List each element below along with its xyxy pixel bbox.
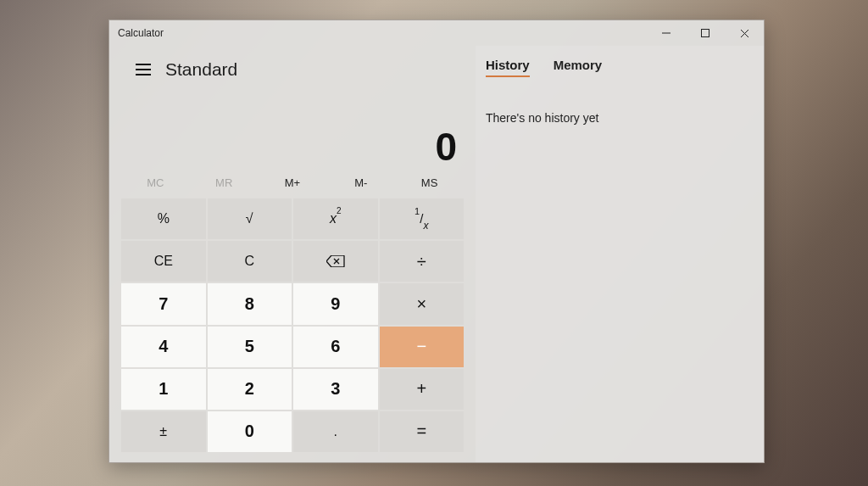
plus-button[interactable]: +: [380, 369, 465, 410]
mode-row: Standard: [121, 46, 464, 93]
digit-3-button[interactable]: 3: [293, 369, 378, 410]
digit-1-button[interactable]: 1: [121, 369, 206, 410]
backspace-icon: [326, 255, 345, 267]
reciprocal-button[interactable]: 1/x: [380, 198, 465, 239]
multiply-button[interactable]: ×: [380, 283, 465, 324]
memory-plus-button[interactable]: M+: [259, 176, 327, 189]
sqrt-button[interactable]: √: [208, 198, 292, 239]
window-controls: [647, 20, 764, 46]
digit-2-button[interactable]: 2: [208, 369, 292, 410]
svg-rect-0: [702, 30, 709, 37]
digit-7-button[interactable]: 7: [121, 283, 206, 324]
decimal-button[interactable]: .: [293, 411, 378, 452]
menu-button[interactable]: [126, 64, 160, 75]
memory-minus-button[interactable]: M-: [326, 176, 395, 189]
history-empty-message: There's no history yet: [486, 111, 748, 125]
equals-button[interactable]: =: [380, 411, 465, 452]
backspace-button[interactable]: [293, 241, 378, 282]
digit-9-button[interactable]: 9: [293, 283, 378, 324]
titlebar: Calculator: [109, 20, 764, 46]
display: 0: [121, 93, 464, 170]
panel-tabs: History Memory: [486, 58, 748, 77]
window-title: Calculator: [118, 27, 164, 39]
square-button[interactable]: x2: [293, 198, 378, 239]
tab-history[interactable]: History: [486, 58, 530, 77]
divide-button[interactable]: ÷: [380, 241, 465, 282]
digit-4-button[interactable]: 4: [121, 327, 206, 367]
minus-button[interactable]: −: [380, 327, 465, 367]
clear-button[interactable]: C: [208, 241, 292, 282]
percent-button[interactable]: %: [121, 198, 206, 239]
keypad: % √ x2 1/x CE C ÷ 7 8: [121, 198, 464, 452]
memory-recall-button[interactable]: MR: [190, 176, 259, 189]
display-value: 0: [435, 124, 457, 170]
digit-6-button[interactable]: 6: [293, 327, 378, 367]
clear-entry-button[interactable]: CE: [121, 241, 206, 282]
tab-memory[interactable]: Memory: [554, 58, 603, 77]
memory-row: MC MR M+ M- MS: [121, 170, 464, 195]
memory-store-button[interactable]: MS: [395, 176, 464, 189]
calculator-pane: Standard 0 MC MR M+ M- MS % √ x2 1/x: [109, 46, 476, 462]
digit-8-button[interactable]: 8: [208, 283, 292, 324]
app-body: Standard 0 MC MR M+ M- MS % √ x2 1/x: [109, 46, 764, 462]
calculator-window: Calculator Standard: [108, 20, 765, 463]
close-button[interactable]: [725, 20, 764, 46]
negate-button[interactable]: ±: [121, 411, 206, 452]
minimize-button[interactable]: [647, 20, 686, 46]
maximize-button[interactable]: [686, 20, 725, 46]
hamburger-icon: [136, 64, 151, 75]
reciprocal-label: 1/x: [415, 209, 428, 229]
mode-label: Standard: [165, 59, 237, 80]
digit-5-button[interactable]: 5: [208, 327, 292, 367]
side-panel: History Memory There's no history yet: [476, 46, 764, 462]
square-label: x2: [330, 210, 342, 226]
memory-clear-button[interactable]: MC: [121, 176, 190, 189]
digit-0-button[interactable]: 0: [208, 411, 292, 452]
